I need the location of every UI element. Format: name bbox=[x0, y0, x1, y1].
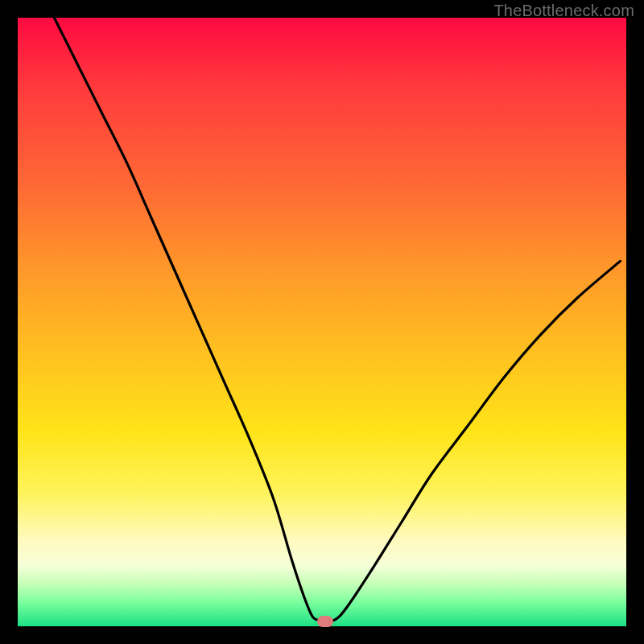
watermark-text: TheBottleneck.com bbox=[493, 2, 634, 20]
optimum-marker bbox=[317, 616, 333, 627]
chart-stage: TheBottleneck.com bbox=[0, 0, 644, 644]
plot-area bbox=[18, 18, 626, 626]
bottleneck-curve bbox=[18, 18, 626, 626]
